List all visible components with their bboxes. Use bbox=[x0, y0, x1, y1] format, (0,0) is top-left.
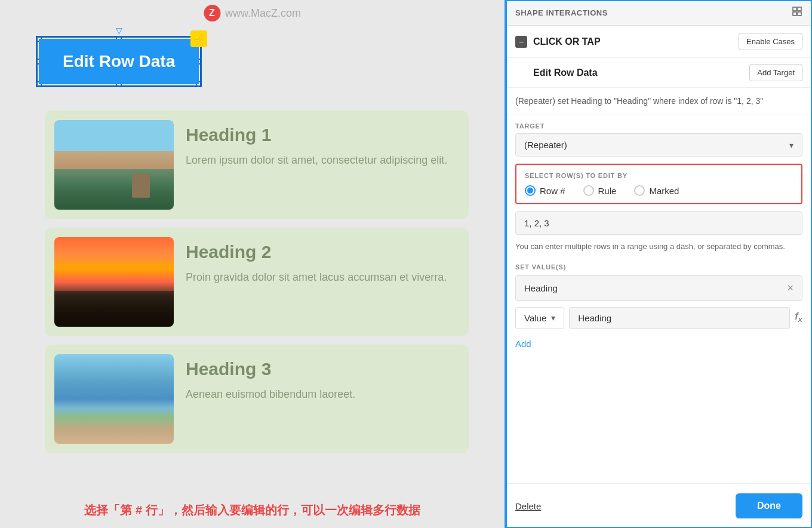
enable-cases-button[interactable]: Enable Cases bbox=[739, 33, 802, 50]
svg-rect-3 bbox=[793, 12, 796, 16]
help-text: You can enter multiple rows in a range u… bbox=[506, 238, 812, 260]
svg-rect-0 bbox=[793, 7, 796, 11]
remove-heading-button[interactable]: × bbox=[787, 282, 793, 294]
target-section-label: TARGET bbox=[506, 115, 812, 133]
card-heading-2: Heading 2 bbox=[186, 242, 459, 262]
bottom-actions: Delete Done bbox=[506, 483, 812, 528]
row-number-input[interactable]: 1, 2, 3 bbox=[515, 211, 802, 235]
card-content-1: Heading 1 Lorem ipsum dolor sit amet, co… bbox=[186, 120, 459, 168]
value-input-field[interactable]: Heading bbox=[569, 307, 790, 329]
collapse-button[interactable]: − bbox=[515, 36, 527, 48]
delete-link[interactable]: Delete bbox=[515, 501, 541, 511]
edit-row-data-row: Edit Row Data Add Target bbox=[506, 58, 812, 88]
value-chevron-down-icon: ▾ bbox=[551, 313, 555, 323]
watermark-z-logo: Z bbox=[204, 5, 220, 22]
select-rows-title: SELECT ROW(S) TO EDIT BY bbox=[525, 172, 793, 179]
left-panel: Z www.MacZ.com ▽ ⚡ Edit Row Data Heading… bbox=[0, 0, 505, 528]
card-image-3 bbox=[54, 354, 174, 444]
set-values-label: SET VALUE(S) bbox=[506, 260, 812, 275]
click-or-tap-label: CLICK OR TAP bbox=[533, 36, 601, 47]
add-target-button[interactable]: Add Target bbox=[749, 64, 802, 81]
done-button[interactable]: Done bbox=[736, 493, 802, 518]
radio-label-rule: Rule bbox=[598, 186, 617, 196]
heading-field-row: Heading × bbox=[515, 275, 802, 301]
radio-option-marked[interactable]: Marked bbox=[634, 185, 679, 196]
radio-group: Row # Rule Marked bbox=[525, 185, 793, 196]
svg-rect-2 bbox=[798, 12, 801, 16]
card-image-1 bbox=[54, 120, 174, 210]
panel-header: SHAPE INTERACTIONS bbox=[506, 0, 812, 26]
card-heading-3: Heading 3 bbox=[186, 359, 459, 379]
card-content-2: Heading 2 Proin gravida dolor sit amet l… bbox=[186, 237, 459, 286]
card-body-3: Aenean euismod bibendum laoreet. bbox=[186, 386, 459, 403]
click-tap-left: − CLICK OR TAP bbox=[515, 36, 601, 48]
interaction-description: (Repeater) set Heading to "Heading" wher… bbox=[506, 88, 812, 115]
svg-rect-1 bbox=[798, 7, 801, 11]
value-row: Value ▾ Heading fx bbox=[515, 307, 802, 329]
value-type-dropdown[interactable]: Value ▾ bbox=[515, 307, 564, 329]
radio-option-rule[interactable]: Rule bbox=[583, 185, 617, 196]
select-rows-box: SELECT ROW(S) TO EDIT BY Row # Rule Mark… bbox=[515, 164, 802, 204]
card-heading-1: Heading 1 bbox=[186, 125, 459, 145]
card-body-2: Proin gravida dolor sit amet lacus accum… bbox=[186, 269, 459, 286]
radio-circle-rule bbox=[583, 185, 594, 196]
repeater-card-1: Heading 1 Lorem ipsum dolor sit amet, co… bbox=[45, 110, 469, 219]
radio-option-row-hash[interactable]: Row # bbox=[525, 185, 565, 196]
fx-button[interactable]: fx bbox=[795, 311, 802, 324]
target-dropdown-value: (Repeater) bbox=[524, 140, 567, 150]
radio-label-row-hash: Row # bbox=[540, 186, 565, 196]
edit-row-data-button[interactable]: Edit Row Data bbox=[39, 39, 199, 84]
click-or-tap-row: − CLICK OR TAP Enable Cases bbox=[506, 26, 812, 58]
watermark-text: www.MacZ.com bbox=[225, 7, 301, 20]
watermark: Z www.MacZ.com bbox=[204, 5, 301, 22]
bottom-annotation: 选择「第 # 行」，然后输入要编辑的行，可以一次编辑多行数据 bbox=[84, 502, 420, 518]
card-body-1: Lorem ipsum dolor sit amet, consectetur … bbox=[186, 152, 459, 168]
selection-wrapper: ▽ ⚡ Edit Row Data bbox=[39, 39, 199, 84]
radio-label-marked: Marked bbox=[649, 186, 679, 196]
chevron-down-icon: ▾ bbox=[789, 140, 793, 150]
lightning-badge: ⚡ bbox=[190, 30, 207, 47]
repeater-card-2: Heading 2 Proin gravida dolor sit amet l… bbox=[45, 228, 469, 336]
card-image-2 bbox=[54, 237, 174, 327]
radio-circle-marked bbox=[634, 185, 645, 196]
value-dropdown-text: Value bbox=[524, 313, 546, 323]
selection-arrow-top: ▽ bbox=[116, 26, 122, 35]
right-panel: SHAPE INTERACTIONS − CLICK OR TAP Enable… bbox=[505, 0, 812, 528]
edit-row-data-label: Edit Row Data bbox=[533, 67, 598, 78]
edit-row-btn-container: ▽ ⚡ Edit Row Data bbox=[39, 39, 199, 84]
radio-circle-row-hash bbox=[525, 185, 536, 196]
card-content-3: Heading 3 Aenean euismod bibendum laoree… bbox=[186, 354, 459, 403]
add-value-link[interactable]: Add bbox=[506, 336, 812, 358]
repeater-container: Heading 1 Lorem ipsum dolor sit amet, co… bbox=[45, 110, 469, 453]
expand-icon[interactable] bbox=[792, 6, 802, 19]
target-dropdown[interactable]: (Repeater) ▾ bbox=[515, 133, 802, 156]
panel-title: SHAPE INTERACTIONS bbox=[515, 8, 608, 17]
heading-field-label: Heading bbox=[524, 283, 558, 293]
repeater-card-3: Heading 3 Aenean euismod bibendum laoree… bbox=[45, 345, 469, 453]
